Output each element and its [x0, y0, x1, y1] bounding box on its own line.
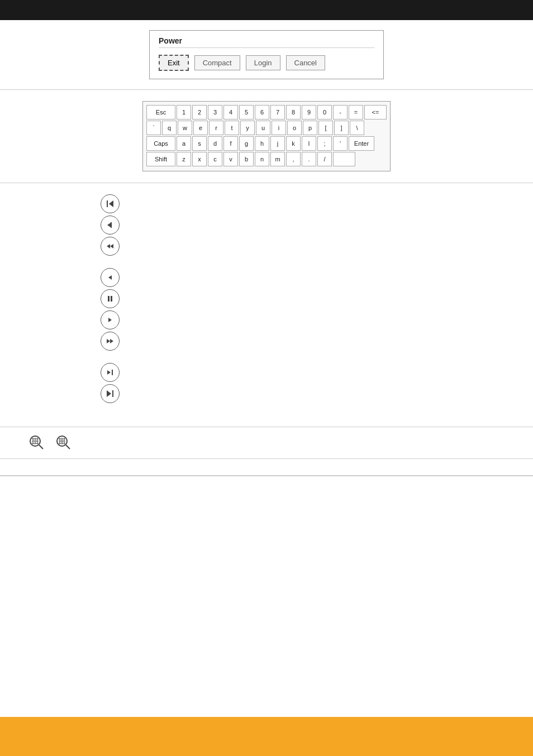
key-backspace[interactable]: <= — [364, 105, 387, 119]
media-group-3 — [101, 363, 120, 405]
fast-forward-button[interactable] — [101, 332, 120, 351]
play-icon — [108, 318, 112, 322]
key-lbracket[interactable]: [ — [318, 121, 333, 135]
key-y[interactable]: y — [240, 121, 255, 135]
key-g[interactable]: g — [239, 136, 254, 151]
key-5[interactable]: 5 — [239, 105, 254, 119]
key-9[interactable]: 9 — [302, 105, 316, 119]
key-period[interactable]: . — [302, 152, 316, 166]
rewind-icon — [107, 244, 113, 248]
key-c[interactable]: c — [208, 152, 222, 166]
play-back-icon — [108, 275, 112, 280]
keyboard-row-4: Shift z x c v b n m , . / — [146, 152, 387, 166]
zoom-in-icon — [55, 434, 73, 452]
key-7[interactable]: 7 — [270, 105, 285, 119]
key-s[interactable]: s — [192, 136, 207, 151]
bottom-bar — [0, 717, 533, 756]
key-semicolon[interactable]: ; — [317, 136, 332, 151]
key-h[interactable]: h — [255, 136, 269, 151]
svg-line-16 — [66, 445, 70, 449]
top-bar — [0, 0, 533, 20]
skip-to-start-button[interactable] — [101, 194, 120, 213]
keyboard-row-1: Esc 1 2 3 4 5 6 7 8 9 0 - = <= — [146, 105, 387, 119]
key-2[interactable]: 2 — [192, 105, 207, 119]
key-3[interactable]: 3 — [208, 105, 222, 119]
keyboard-row-3: Caps a s d f g h j k l ; ' Enter — [146, 136, 387, 151]
login-button[interactable]: Login — [246, 55, 280, 70]
key-shift[interactable]: Shift — [146, 152, 175, 166]
compact-button[interactable]: Compact — [194, 55, 240, 70]
key-8[interactable]: 8 — [286, 105, 301, 119]
key-e[interactable]: e — [193, 121, 208, 135]
step-back-button[interactable] — [101, 216, 120, 235]
key-j[interactable]: j — [270, 136, 285, 151]
key-n[interactable]: n — [255, 152, 269, 166]
key-f[interactable]: f — [223, 136, 238, 151]
key-x[interactable]: x — [192, 152, 207, 166]
key-o[interactable]: o — [287, 121, 302, 135]
play-back-button[interactable] — [101, 268, 120, 287]
exit-button[interactable]: Exit — [159, 55, 189, 71]
key-caps[interactable]: Caps — [146, 136, 175, 151]
skip-to-end-button[interactable] — [101, 384, 120, 403]
key-a[interactable]: a — [177, 136, 191, 151]
key-d[interactable]: d — [208, 136, 222, 151]
step-forward-icon — [107, 370, 113, 375]
cancel-button[interactable]: Cancel — [286, 55, 325, 70]
step-back-icon — [107, 222, 113, 228]
svg-line-7 — [39, 445, 43, 449]
key-w[interactable]: w — [178, 121, 192, 135]
keyboard: Esc 1 2 3 4 5 6 7 8 9 0 - = <= ` q w e r… — [142, 101, 391, 171]
key-4[interactable]: 4 — [223, 105, 238, 119]
key-p[interactable]: p — [303, 121, 317, 135]
play-button[interactable] — [101, 310, 120, 329]
keyboard-section: Esc 1 2 3 4 5 6 7 8 9 0 - = <= ` q w e r… — [0, 90, 533, 183]
key-slash[interactable]: / — [317, 152, 332, 166]
key-quote[interactable]: ' — [333, 136, 348, 151]
empty-section — [0, 459, 533, 476]
power-panel: Power Exit Compact Login Cancel — [149, 30, 384, 79]
skip-to-start-icon — [107, 200, 113, 207]
pause-button[interactable] — [101, 289, 120, 308]
zoom-in-button[interactable] — [55, 434, 73, 452]
zoom-section — [0, 427, 533, 459]
key-z[interactable]: z — [177, 152, 191, 166]
key-enter[interactable]: Enter — [349, 136, 374, 151]
rewind-button[interactable] — [101, 237, 120, 256]
key-esc[interactable]: Esc — [146, 105, 175, 119]
key-1[interactable]: 1 — [177, 105, 191, 119]
key-0[interactable]: 0 — [317, 105, 332, 119]
pause-icon — [108, 296, 112, 302]
power-buttons: Exit Compact Login Cancel — [159, 55, 374, 71]
keyboard-row-2: ` q w e r t y u i o p [ ] \ — [146, 121, 387, 135]
key-rbracket[interactable]: ] — [334, 121, 349, 135]
key-6[interactable]: 6 — [255, 105, 269, 119]
key-comma[interactable]: , — [286, 152, 301, 166]
key-q[interactable]: q — [162, 121, 177, 135]
key-k[interactable]: k — [286, 136, 301, 151]
skip-to-end-icon — [107, 390, 113, 397]
key-backtick[interactable]: ` — [146, 121, 161, 135]
separator — [0, 476, 533, 476]
step-forward-button[interactable] — [101, 363, 120, 382]
key-i[interactable]: i — [272, 121, 286, 135]
media-section — [0, 183, 533, 427]
key-u[interactable]: u — [256, 121, 270, 135]
key-minus[interactable]: - — [333, 105, 348, 119]
media-group-2 — [101, 268, 120, 353]
key-t[interactable]: t — [225, 121, 239, 135]
key-r[interactable]: r — [209, 121, 223, 135]
key-l[interactable]: l — [302, 136, 316, 151]
fast-forward-icon — [107, 339, 113, 343]
key-m[interactable]: m — [270, 152, 285, 166]
zoom-out-icon — [28, 434, 46, 452]
power-section: Power Exit Compact Login Cancel — [0, 20, 533, 90]
key-b[interactable]: b — [239, 152, 254, 166]
key-spacer — [333, 152, 355, 166]
key-backslash[interactable]: \ — [350, 121, 364, 135]
power-title: Power — [159, 36, 374, 48]
media-group-1 — [101, 194, 120, 258]
zoom-out-button[interactable] — [28, 434, 46, 452]
key-v[interactable]: v — [223, 152, 238, 166]
key-equals[interactable]: = — [349, 105, 363, 119]
